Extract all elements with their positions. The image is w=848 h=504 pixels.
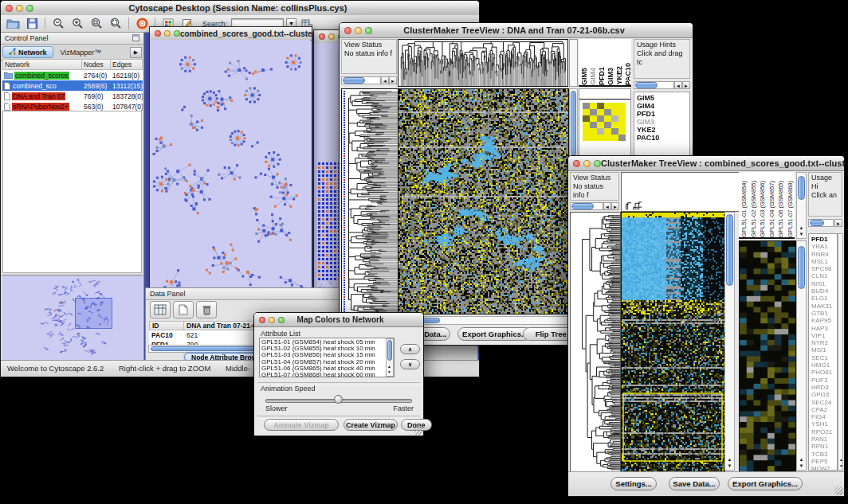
tv1-status-scrollbar[interactable]: ◄ ► <box>341 76 397 85</box>
tv2-gene-item[interactable]: NIS1 <box>811 280 837 287</box>
tv2-column-label[interactable]: GPL51-06 (GSM865) <box>777 181 785 237</box>
tv1-column-label[interactable]: YKE2 <box>615 66 623 85</box>
tv2-gene-item[interactable]: VIP1 <box>811 332 837 339</box>
tv1-matrix-cell[interactable] <box>611 103 618 109</box>
tv2-export-graphics-button[interactable]: Export Graphics... <box>728 477 803 490</box>
tv2-gene-item[interactable]: RPN1 <box>811 443 837 450</box>
move-down-button[interactable]: ∨ <box>400 359 420 369</box>
tab-overflow-button[interactable]: ▶ <box>130 47 142 58</box>
tv2-zoom-heatmap[interactable] <box>739 240 796 472</box>
tv1-gene-item[interactable]: GIM5 <box>637 94 689 102</box>
tv2-gene-item[interactable]: RPO21 <box>811 428 837 436</box>
create-vizmap-button[interactable]: Create Vizmap <box>344 419 398 431</box>
minimize-button[interactable] <box>16 5 23 12</box>
scrollbar-thumb[interactable] <box>571 91 576 156</box>
tv1-heatmap[interactable] <box>398 88 569 315</box>
tv1-row-dendrogram[interactable] <box>341 88 398 315</box>
zoom-window-button[interactable] <box>26 5 33 12</box>
tv2-gene-item[interactable]: PFD1 <box>811 236 837 243</box>
tv2-gene-item[interactable]: YRA1 <box>811 243 837 250</box>
treeview2-titlebar[interactable]: ClusterMaker TreeView : combined_scores_… <box>568 156 844 171</box>
minimize-button[interactable] <box>164 30 171 37</box>
zoom-window-button[interactable] <box>365 27 372 34</box>
tv2-column-label[interactable]: GPL51-07 (GSM868) <box>787 181 795 237</box>
tv1-matrix-cell[interactable] <box>604 115 611 122</box>
tv2-gene-item[interactable]: CLN1 <box>811 272 837 279</box>
move-up-button[interactable]: ∧ <box>400 344 420 354</box>
tab-network[interactable]: Network <box>2 46 53 58</box>
tv2-gene-item[interactable]: BUD4 <box>811 287 837 295</box>
tv2-vscrollbar[interactable]: ▲ ▼ <box>724 212 735 471</box>
scroll-up-icon[interactable]: ▲ <box>798 225 805 231</box>
tv1-matrix-cell[interactable] <box>618 115 626 122</box>
close-button[interactable] <box>319 33 325 40</box>
tv2-column-dendrogram[interactable] <box>621 172 740 212</box>
scroll-left-icon[interactable]: ◄ <box>381 76 389 84</box>
tv1-gene-item[interactable]: YKE2 <box>637 126 689 134</box>
tv2-gene-item[interactable]: PAN1 <box>811 436 837 443</box>
tv1-column-label[interactable]: PAC10 <box>624 63 631 85</box>
tv2-gene-item[interactable]: RNR4 <box>811 251 837 258</box>
tv1-matrix-cell[interactable] <box>611 122 618 128</box>
treeview1-titlebar[interactable]: ClusterMaker TreeView : DNA and Tran 07-… <box>340 23 693 38</box>
tv2-gene-item[interactable]: MON2 <box>811 465 837 471</box>
dialog-titlebar[interactable]: Map Colors to Network <box>254 313 423 327</box>
tv2-column-label[interactable]: GPL51-03 (GSM856) <box>759 181 767 237</box>
tv2-gene-item[interactable]: GPI16 <box>811 391 837 398</box>
tv2-gene-item[interactable]: ELG1 <box>811 295 837 302</box>
tv1-column-dendrogram[interactable] <box>398 39 568 87</box>
network-column-header[interactable]: Nodes <box>82 59 111 70</box>
tv1-matrix-cell[interactable] <box>590 122 597 128</box>
network-list-item[interactable]: combined_scores2764(0)16218(0) <box>2 70 143 80</box>
scroll-right-icon[interactable]: ► <box>389 76 397 84</box>
tv1-matrix-cell[interactable] <box>611 128 618 135</box>
tv1-matrix-cell[interactable] <box>597 109 604 115</box>
tv2-settings-button[interactable]: Settings... <box>610 477 657 490</box>
tv1-matrix-cell[interactable] <box>618 128 626 135</box>
tv2-gene-item[interactable]: NTR2 <box>811 339 837 346</box>
birdseye-view[interactable] <box>2 275 143 361</box>
zoom-in-button[interactable] <box>69 16 86 31</box>
tv1-matrix-cell[interactable] <box>597 128 604 135</box>
scrollbar-thumb[interactable] <box>635 82 658 88</box>
tv1-matrix-cell[interactable] <box>604 103 611 109</box>
zoom-window-button[interactable] <box>174 30 180 37</box>
scroll-right-icon[interactable]: ► <box>611 202 619 210</box>
tv1-matrix-cell[interactable] <box>583 109 590 115</box>
scrollbar-thumb[interactable] <box>798 176 805 200</box>
zoom-window-button[interactable] <box>594 160 601 167</box>
main-titlebar[interactable]: Cytoscape Desktop (Session Name: collins… <box>1 1 479 16</box>
tv1-matrix-cell[interactable] <box>604 135 611 141</box>
network-column-header[interactable]: Network <box>2 59 82 70</box>
tv1-matrix-cell[interactable] <box>611 109 618 115</box>
scroll-down-icon[interactable]: ▼ <box>386 369 393 375</box>
scroll-left-icon[interactable]: ◄ <box>674 81 682 89</box>
network1-titlebar[interactable]: combined_scores_good.txt--cluste... <box>150 27 312 41</box>
scrollbar-thumb[interactable] <box>387 340 392 361</box>
tv1-matrix-cell[interactable] <box>618 103 626 109</box>
open-session-button[interactable] <box>4 16 22 31</box>
tv1-matrix-cell[interactable] <box>590 135 597 141</box>
float-panel-icon[interactable] <box>132 34 139 43</box>
minimize-button[interactable] <box>269 317 275 323</box>
tv2-gene-item[interactable]: HMG1 <box>811 361 837 369</box>
tv1-matrix-cell[interactable] <box>583 115 590 122</box>
close-button[interactable] <box>259 317 265 323</box>
tv1-matrix[interactable] <box>583 103 626 141</box>
scroll-up-icon[interactable]: ▲ <box>726 457 733 463</box>
tv1-gene-item[interactable]: GIM4 <box>637 102 689 110</box>
scroll-up-icon[interactable]: ▲ <box>798 457 805 463</box>
tv1-matrix-cell[interactable] <box>583 103 590 109</box>
zoom-selected-button[interactable] <box>107 16 124 31</box>
create-attribute-button[interactable] <box>173 301 194 318</box>
tv1-matrix-cell[interactable] <box>618 135 626 141</box>
tv1-matrix-cell[interactable] <box>597 122 604 128</box>
scroll-right-icon[interactable]: ► <box>682 81 690 89</box>
tv1-matrix-cell[interactable] <box>597 103 604 109</box>
tv2-gene-item[interactable]: PUF3 <box>811 377 837 384</box>
slider-thumb[interactable] <box>334 395 343 404</box>
scrollbar-thumb[interactable] <box>726 214 733 286</box>
tv2-usage-scrollbar[interactable]: ► <box>808 218 842 228</box>
zoom-out-button[interactable] <box>49 16 67 31</box>
scroll-down-icon[interactable]: ▼ <box>726 463 733 469</box>
